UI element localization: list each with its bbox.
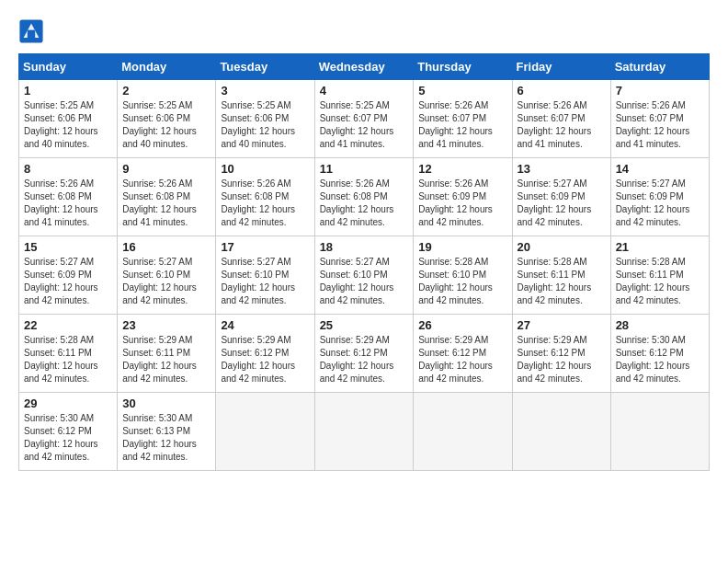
calendar-body: 1Sunrise: 5:25 AM Sunset: 6:06 PM Daylig… <box>19 80 710 471</box>
calendar-cell <box>610 393 709 471</box>
day-number: 5 <box>418 84 506 98</box>
day-number: 24 <box>221 318 309 332</box>
calendar-cell: 28Sunrise: 5:30 AM Sunset: 6:12 PM Dayli… <box>610 315 709 393</box>
weekday-header-wednesday: Wednesday <box>314 54 414 80</box>
day-number: 6 <box>518 84 606 98</box>
svg-rect-2 <box>28 30 35 38</box>
calendar-cell: 26Sunrise: 5:29 AM Sunset: 6:12 PM Dayli… <box>414 315 512 393</box>
day-info: Sunrise: 5:27 AM Sunset: 6:10 PM Dayligh… <box>320 256 409 307</box>
calendar-cell <box>216 393 314 471</box>
day-number: 1 <box>24 84 112 98</box>
calendar-cell: 25Sunrise: 5:29 AM Sunset: 6:12 PM Dayli… <box>314 315 414 393</box>
day-info: Sunrise: 5:28 AM Sunset: 6:11 PM Dayligh… <box>616 256 704 307</box>
day-info: Sunrise: 5:27 AM Sunset: 6:10 PM Dayligh… <box>221 256 309 307</box>
day-info: Sunrise: 5:29 AM Sunset: 6:12 PM Dayligh… <box>518 334 606 385</box>
day-info: Sunrise: 5:28 AM Sunset: 6:11 PM Dayligh… <box>518 256 606 307</box>
calendar-cell: 8Sunrise: 5:26 AM Sunset: 6:08 PM Daylig… <box>19 158 118 236</box>
day-number: 8 <box>24 162 112 176</box>
day-info: Sunrise: 5:28 AM Sunset: 6:11 PM Dayligh… <box>24 334 112 385</box>
calendar-cell: 1Sunrise: 5:25 AM Sunset: 6:06 PM Daylig… <box>19 80 118 158</box>
day-number: 3 <box>221 84 309 98</box>
day-number: 29 <box>24 396 112 410</box>
calendar-cell: 17Sunrise: 5:27 AM Sunset: 6:10 PM Dayli… <box>216 236 314 315</box>
logo-icon <box>18 18 44 44</box>
calendar-cell: 27Sunrise: 5:29 AM Sunset: 6:12 PM Dayli… <box>512 315 610 393</box>
weekday-header-saturday: Saturday <box>610 54 709 80</box>
day-number: 15 <box>24 240 112 254</box>
calendar-cell: 5Sunrise: 5:26 AM Sunset: 6:07 PM Daylig… <box>414 80 512 158</box>
day-number: 20 <box>518 240 606 254</box>
day-info: Sunrise: 5:28 AM Sunset: 6:10 PM Dayligh… <box>418 256 506 307</box>
day-info: Sunrise: 5:26 AM Sunset: 6:08 PM Dayligh… <box>320 178 409 229</box>
day-number: 30 <box>122 396 210 410</box>
day-info: Sunrise: 5:29 AM Sunset: 6:12 PM Dayligh… <box>320 334 409 385</box>
calendar-cell: 16Sunrise: 5:27 AM Sunset: 6:10 PM Dayli… <box>118 236 216 315</box>
calendar-cell: 14Sunrise: 5:27 AM Sunset: 6:09 PM Dayli… <box>610 158 709 236</box>
day-info: Sunrise: 5:27 AM Sunset: 6:10 PM Dayligh… <box>122 256 210 307</box>
weekday-header-monday: Monday <box>118 54 216 80</box>
weekday-header-row: SundayMondayTuesdayWednesdayThursdayFrid… <box>19 54 710 80</box>
day-info: Sunrise: 5:29 AM Sunset: 6:11 PM Dayligh… <box>122 334 210 385</box>
week-row-4: 22Sunrise: 5:28 AM Sunset: 6:11 PM Dayli… <box>19 315 710 393</box>
calendar-cell: 10Sunrise: 5:26 AM Sunset: 6:08 PM Dayli… <box>216 158 314 236</box>
calendar-cell <box>414 393 512 471</box>
day-info: Sunrise: 5:25 AM Sunset: 6:06 PM Dayligh… <box>221 99 309 151</box>
calendar-cell: 24Sunrise: 5:29 AM Sunset: 6:12 PM Dayli… <box>216 315 314 393</box>
day-info: Sunrise: 5:26 AM Sunset: 6:08 PM Dayligh… <box>122 178 210 229</box>
day-number: 26 <box>418 318 506 332</box>
day-number: 23 <box>122 318 210 332</box>
day-number: 4 <box>320 84 409 98</box>
day-number: 27 <box>518 318 606 332</box>
day-info: Sunrise: 5:25 AM Sunset: 6:06 PM Dayligh… <box>24 99 112 151</box>
calendar-cell: 3Sunrise: 5:25 AM Sunset: 6:06 PM Daylig… <box>216 80 314 158</box>
week-row-3: 15Sunrise: 5:27 AM Sunset: 6:09 PM Dayli… <box>19 236 710 315</box>
day-number: 7 <box>616 84 704 98</box>
calendar-cell: 30Sunrise: 5:30 AM Sunset: 6:13 PM Dayli… <box>118 393 216 471</box>
day-info: Sunrise: 5:27 AM Sunset: 6:09 PM Dayligh… <box>616 178 704 229</box>
calendar-cell: 9Sunrise: 5:26 AM Sunset: 6:08 PM Daylig… <box>118 158 216 236</box>
calendar-cell: 13Sunrise: 5:27 AM Sunset: 6:09 PM Dayli… <box>512 158 610 236</box>
calendar-cell: 6Sunrise: 5:26 AM Sunset: 6:07 PM Daylig… <box>512 80 610 158</box>
logo <box>18 18 48 44</box>
calendar-cell: 19Sunrise: 5:28 AM Sunset: 6:10 PM Dayli… <box>414 236 512 315</box>
day-number: 16 <box>122 240 210 254</box>
day-number: 2 <box>122 84 210 98</box>
calendar-cell: 7Sunrise: 5:26 AM Sunset: 6:07 PM Daylig… <box>610 80 709 158</box>
day-info: Sunrise: 5:27 AM Sunset: 6:09 PM Dayligh… <box>24 256 112 307</box>
day-number: 18 <box>320 240 409 254</box>
calendar-cell: 18Sunrise: 5:27 AM Sunset: 6:10 PM Dayli… <box>314 236 414 315</box>
day-info: Sunrise: 5:26 AM Sunset: 6:08 PM Dayligh… <box>221 178 309 229</box>
day-info: Sunrise: 5:29 AM Sunset: 6:12 PM Dayligh… <box>418 334 506 385</box>
day-info: Sunrise: 5:25 AM Sunset: 6:06 PM Dayligh… <box>122 99 210 151</box>
day-info: Sunrise: 5:30 AM Sunset: 6:12 PM Dayligh… <box>616 334 704 385</box>
day-number: 9 <box>122 162 210 176</box>
calendar-cell <box>314 393 414 471</box>
day-info: Sunrise: 5:29 AM Sunset: 6:12 PM Dayligh… <box>221 334 309 385</box>
day-number: 25 <box>320 318 409 332</box>
week-row-1: 1Sunrise: 5:25 AM Sunset: 6:06 PM Daylig… <box>19 80 710 158</box>
weekday-header-friday: Friday <box>512 54 610 80</box>
day-info: Sunrise: 5:26 AM Sunset: 6:07 PM Dayligh… <box>616 99 704 151</box>
week-row-5: 29Sunrise: 5:30 AM Sunset: 6:12 PM Dayli… <box>19 393 710 471</box>
day-number: 19 <box>418 240 506 254</box>
day-number: 22 <box>24 318 112 332</box>
calendar-cell: 4Sunrise: 5:25 AM Sunset: 6:07 PM Daylig… <box>314 80 414 158</box>
calendar-cell: 29Sunrise: 5:30 AM Sunset: 6:12 PM Dayli… <box>19 393 118 471</box>
header <box>18 18 710 44</box>
calendar-cell: 22Sunrise: 5:28 AM Sunset: 6:11 PM Dayli… <box>19 315 118 393</box>
day-number: 21 <box>616 240 704 254</box>
day-info: Sunrise: 5:26 AM Sunset: 6:09 PM Dayligh… <box>418 178 506 229</box>
day-number: 17 <box>221 240 309 254</box>
calendar-cell: 11Sunrise: 5:26 AM Sunset: 6:08 PM Dayli… <box>314 158 414 236</box>
weekday-header-sunday: Sunday <box>19 54 118 80</box>
calendar-header: SundayMondayTuesdayWednesdayThursdayFrid… <box>19 54 710 80</box>
day-number: 11 <box>320 162 409 176</box>
day-info: Sunrise: 5:26 AM Sunset: 6:08 PM Dayligh… <box>24 178 112 229</box>
calendar-cell: 2Sunrise: 5:25 AM Sunset: 6:06 PM Daylig… <box>118 80 216 158</box>
day-number: 10 <box>221 162 309 176</box>
calendar-cell: 23Sunrise: 5:29 AM Sunset: 6:11 PM Dayli… <box>118 315 216 393</box>
weekday-header-thursday: Thursday <box>414 54 512 80</box>
day-info: Sunrise: 5:26 AM Sunset: 6:07 PM Dayligh… <box>418 99 506 151</box>
calendar-cell: 21Sunrise: 5:28 AM Sunset: 6:11 PM Dayli… <box>610 236 709 315</box>
calendar-cell: 12Sunrise: 5:26 AM Sunset: 6:09 PM Dayli… <box>414 158 512 236</box>
